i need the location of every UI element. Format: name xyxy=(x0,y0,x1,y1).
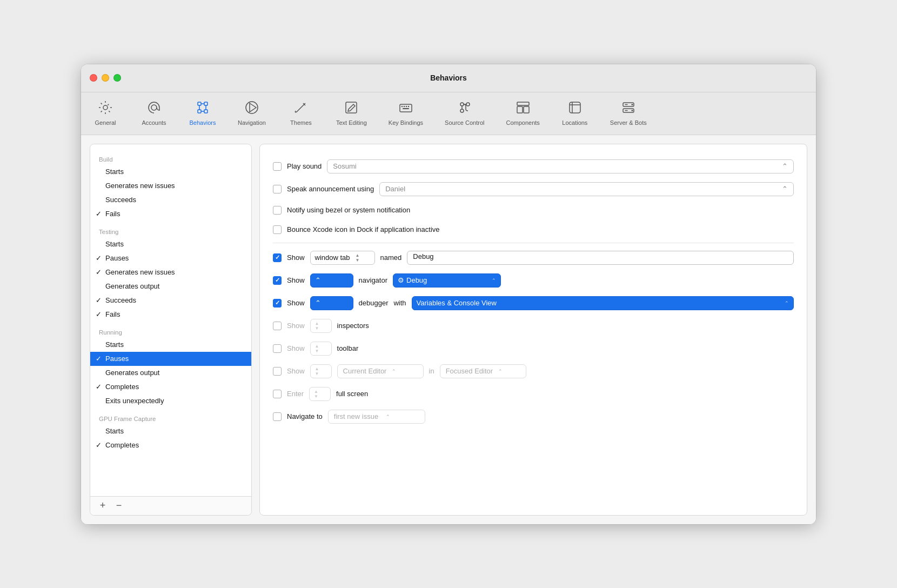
list-item-build-succeeds[interactable]: Succeeds xyxy=(90,193,251,207)
pencil-square-icon xyxy=(344,100,359,117)
debugger-view-dropdown[interactable]: Variables & Console View ⌃ xyxy=(412,296,794,310)
navigator-value-dropdown[interactable]: ⚙ Debug ⌃ xyxy=(393,273,501,288)
label-show-3: Show xyxy=(287,299,305,307)
list-item-running-pauses[interactable]: Pauses xyxy=(90,352,251,366)
toolbar-item-accounts[interactable]: Accounts xyxy=(130,97,178,129)
list-item-testing-starts[interactable]: Starts xyxy=(90,237,251,251)
enter-stepper[interactable]: ▲▼ xyxy=(309,387,331,401)
checkbox-show-navigator[interactable] xyxy=(273,276,282,285)
setting-row-bounce: Bounce Xcode icon in Dock if application… xyxy=(273,220,794,239)
checkbox-fullscreen[interactable] xyxy=(273,390,282,398)
editor-stepper[interactable]: ▲▼ xyxy=(310,364,332,378)
show-dropdown-2[interactable]: ⌃ xyxy=(310,273,353,288)
chevron-icon-7: ⌃ xyxy=(386,414,390,419)
checkbox-speak[interactable] xyxy=(273,185,282,193)
list-item-build-starts[interactable]: Starts xyxy=(90,165,251,179)
checkbox-play-sound[interactable] xyxy=(273,162,282,171)
chevron-icon-2: ⌃ xyxy=(782,185,788,193)
stepper-icon: ▲▼ xyxy=(356,253,360,263)
setting-row-show-debugger: Show ⌃ debugger with Variables & Console… xyxy=(273,292,794,315)
list-item-testing-succeeds[interactable]: Succeeds xyxy=(90,293,251,308)
checkbox-show-toolbar[interactable] xyxy=(273,344,282,353)
list-item-build-fails[interactable]: Fails xyxy=(90,207,251,221)
divider-1 xyxy=(273,243,794,243)
list-item-build-generates-new-issues[interactable]: Generates new issues xyxy=(90,179,251,193)
toolbar-item-behaviors[interactable]: Behaviors xyxy=(178,97,227,129)
network-icon xyxy=(195,100,210,117)
current-editor-dropdown[interactable]: Current Editor ⌃ xyxy=(337,364,424,378)
setting-row-navigate: Navigate to first new issue ⌃ xyxy=(273,405,794,428)
gear-icon xyxy=(98,100,113,117)
list-item-running-exits-unexpectedly[interactable]: Exits unexpectedly xyxy=(90,394,251,408)
add-button[interactable]: + xyxy=(97,500,109,512)
left-panel-footer: + − xyxy=(90,496,251,515)
toolbar-item-general[interactable]: General xyxy=(81,97,130,129)
checkbox-show-editor[interactable] xyxy=(273,367,282,376)
checkbox-show-debugger[interactable] xyxy=(273,299,282,308)
list-item-testing-generates-new-issues[interactable]: Generates new issues xyxy=(90,265,251,279)
label-inspectors: inspectors xyxy=(337,322,369,330)
label-bounce: Bounce Xcode icon in Dock if application… xyxy=(287,225,440,233)
checkbox-notify[interactable] xyxy=(273,206,282,215)
svg-point-26 xyxy=(631,104,633,105)
svg-point-27 xyxy=(631,110,633,111)
maximize-button[interactable] xyxy=(113,74,121,82)
tab-name-input[interactable]: Debug xyxy=(407,251,794,265)
close-button[interactable] xyxy=(90,74,97,82)
label-show-1: Show xyxy=(287,253,305,262)
list-item-testing-fails[interactable]: Fails xyxy=(90,308,251,322)
label-show-4: Show xyxy=(287,322,305,330)
section-header-build: Build xyxy=(90,151,251,165)
setting-row-speak: Speak announcement using Daniel ⌃ xyxy=(273,178,794,201)
list-item-running-generates-output[interactable]: Generates output xyxy=(90,366,251,380)
server-icon xyxy=(621,100,636,117)
checkbox-show-inspectors[interactable] xyxy=(273,322,282,330)
list-item-gpu-starts[interactable]: Starts xyxy=(90,424,251,438)
titlebar: Behaviors xyxy=(81,64,816,92)
list-item-testing-pauses[interactable]: Pauses xyxy=(90,251,251,265)
focused-editor-dropdown[interactable]: Focused Editor ⌃ xyxy=(440,364,526,378)
toolbar-item-key-bindings[interactable]: Key Bindings xyxy=(378,97,434,129)
minimize-button[interactable] xyxy=(102,74,109,82)
locations-icon xyxy=(567,100,583,117)
toolbar-item-server-bots[interactable]: Server & Bots xyxy=(599,97,658,129)
toolbar-item-source-control[interactable]: Source Control xyxy=(434,97,495,129)
toolbar-label-locations: Locations xyxy=(562,119,587,126)
left-panel-scroll: Build Starts Generates new issues Succee… xyxy=(90,144,251,496)
toolbar-label-key-bindings: Key Bindings xyxy=(389,119,423,126)
chevron-icon-5: ⌃ xyxy=(392,369,396,374)
label-named: named xyxy=(380,253,402,262)
list-item-running-starts[interactable]: Starts xyxy=(90,338,251,352)
list-item-running-completes[interactable]: Completes xyxy=(90,380,251,394)
label-speak: Speak announcement using xyxy=(287,185,374,193)
toolbar-item-navigation[interactable]: Navigation xyxy=(227,97,277,129)
toolbar-label-behaviors: Behaviors xyxy=(190,119,216,126)
checkbox-navigate[interactable] xyxy=(273,412,282,421)
show-dropdown-3[interactable]: ⌃ xyxy=(310,296,353,310)
toolbar-stepper[interactable]: ▲▼ xyxy=(310,342,332,356)
speak-dropdown[interactable]: Daniel ⌃ xyxy=(379,182,794,196)
main-content: Build Starts Generates new issues Succee… xyxy=(81,135,816,524)
list-item-testing-generates-output[interactable]: Generates output xyxy=(90,279,251,293)
checkbox-bounce[interactable] xyxy=(273,225,282,234)
components-icon xyxy=(516,100,531,117)
label-in: in xyxy=(429,367,434,375)
checkbox-show-tab[interactable] xyxy=(273,253,282,262)
navigate-dropdown[interactable]: first new issue ⌃ xyxy=(328,410,425,424)
toolbar-item-locations[interactable]: Locations xyxy=(551,97,599,129)
svg-marker-10 xyxy=(250,103,256,112)
toolbar-item-themes[interactable]: Themes xyxy=(277,97,325,129)
svg-rect-5 xyxy=(204,110,207,113)
list-item-gpu-completes[interactable]: Completes xyxy=(90,438,251,452)
label-toolbar: toolbar xyxy=(337,344,359,352)
label-play-sound: Play sound xyxy=(287,162,322,170)
section-header-gpu: GPU Frame Capture xyxy=(90,410,251,424)
source-control-icon xyxy=(457,100,472,117)
chevron-icon-4: ⌃ xyxy=(785,300,789,306)
play-sound-dropdown[interactable]: Sosumi ⌃ xyxy=(327,159,794,173)
toolbar-item-text-editing[interactable]: Text Editing xyxy=(325,97,378,129)
toolbar-item-components[interactable]: Components xyxy=(495,97,550,129)
window-tab-dropdown[interactable]: window tab ▲▼ xyxy=(310,251,375,265)
inspectors-stepper[interactable]: ▲▼ xyxy=(310,319,332,333)
remove-button[interactable]: − xyxy=(113,500,125,512)
